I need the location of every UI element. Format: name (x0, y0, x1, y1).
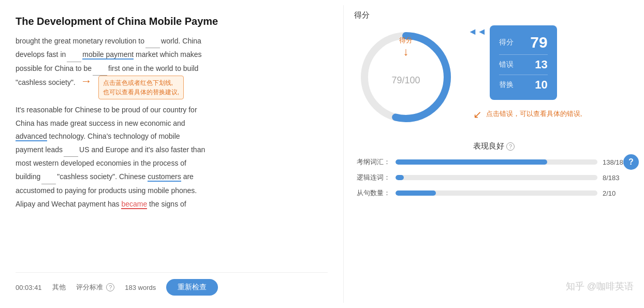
metric-label-clause: 从句数量： (354, 188, 390, 198)
score-card-replace-row[interactable]: 替换 10 (499, 75, 548, 95)
score-card: 得分 79 错误 13 替换 10 (490, 25, 557, 100)
performance-section: 表现良好 ? 考纲词汇： 138/183 逻辑连词： 8/183 从句数量： (354, 141, 634, 204)
error-hint: ↙ 点击错误，可以查看具体的错误, (473, 108, 634, 126)
watermark: 知乎 @咖啡英语 (566, 280, 634, 292)
metric-row-logic: 逻辑连词： 8/183 (354, 173, 634, 182)
customers-underline[interactable]: customers (148, 172, 181, 182)
metric-value-clause: 2/10 (603, 189, 634, 197)
blank-2 (67, 62, 81, 62)
metric-bar-fill-clause (396, 190, 436, 196)
score-gauge: 得分 ↓ 79/100 (354, 25, 458, 129)
footer-bar: 00:03:41 其他 评分标准 ? 183 words 重新检查 (16, 272, 328, 298)
score-area: 得分 ↓ 79/100 ◄◄ (354, 25, 634, 129)
gauge-arrow-icon: ↓ (403, 45, 409, 58)
performance-title: 表现良好 ? (354, 141, 634, 151)
score-card-row-wrapper: ◄◄ 得分 79 错误 13 替换 10 (468, 25, 634, 100)
back-arrows-icon[interactable]: ◄◄ (468, 26, 487, 37)
essay-text: brought the great monetary revolution to… (16, 35, 328, 267)
metric-bar-clause (396, 190, 597, 196)
rating-help-icon[interactable]: ? (106, 283, 114, 291)
performance-help-icon[interactable]: ? (506, 142, 515, 151)
category-label: 其他 (52, 283, 66, 292)
blank-4 (64, 156, 78, 157)
recheck-button[interactable]: 重新检查 (166, 279, 218, 296)
metric-bar-fill-logic (396, 175, 404, 180)
hint-arrow-icon: ↙ (473, 109, 482, 120)
metric-label-vocab: 考纲词汇： (354, 157, 390, 167)
tooltip-arrow-icon: → (81, 76, 92, 87)
time-display: 00:03:41 (16, 284, 42, 291)
tooltip-box: 点击蓝色或者红色下划线, 也可以查看具体的替换建议, (98, 76, 184, 99)
gauge-label: 得分 (399, 36, 413, 45)
metric-value-logic: 8/183 (603, 174, 634, 182)
metric-row-vocab: 考纲词汇： 138/183 (354, 157, 634, 167)
essay-paragraph-2: It's reasonable for Chinese to be proud … (16, 104, 328, 211)
mobile-payment-underline[interactable]: mobile payment (82, 50, 134, 60)
word-count: 183 words (125, 284, 156, 291)
score-card-area: ◄◄ 得分 79 错误 13 替换 10 (468, 25, 634, 126)
left-panel: The Development of China Mobile Payme br… (0, 5, 344, 303)
metric-bar-vocab (396, 159, 597, 165)
score-section-title: 得分 (354, 10, 634, 20)
help-bubble[interactable]: ? (623, 154, 639, 170)
advanced-underline[interactable]: advanced (16, 132, 47, 141)
rating-standard: 评分标准 ? (76, 283, 115, 292)
metric-label-logic: 逻辑连词： (354, 173, 390, 182)
score-card-score-row: 得分 79 (499, 31, 548, 55)
metric-bar-fill-vocab (396, 159, 547, 165)
score-card-error-row[interactable]: 错误 13 (499, 55, 548, 75)
blank-5 (41, 184, 56, 184)
metric-row-clause: 从句数量： 2/10 (354, 188, 634, 198)
metric-bar-logic (396, 175, 597, 180)
essay-paragraph-1: brought the great monetary revolution to… (16, 35, 328, 99)
became-underline[interactable]: became (121, 200, 147, 209)
doc-title: The Development of China Mobile Payme (16, 16, 328, 27)
blank-1 (145, 48, 160, 48)
right-panel: 得分 得分 ↓ 79/100 (344, 5, 644, 303)
gauge-score-text: 79/100 (391, 66, 420, 88)
